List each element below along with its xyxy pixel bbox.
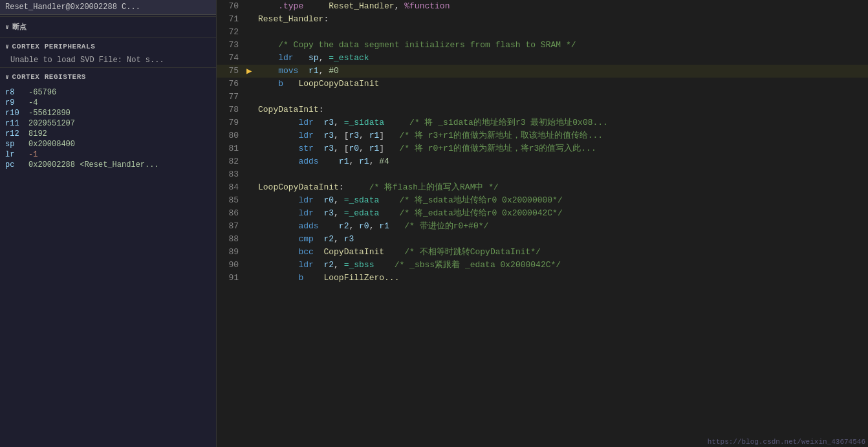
- code-line: 89 bcc CopyDataInit /* 不相等时跳转CopyDataIni…: [217, 246, 868, 259]
- line-number: 91: [219, 272, 239, 285]
- watermark: https://blog.csdn.net/weixin_43674546: [708, 438, 865, 446]
- debug-arrow: [246, 246, 257, 259]
- line-number: 87: [219, 220, 239, 233]
- register-item: r11 2029551207: [5, 118, 211, 129]
- debug-arrow: [246, 52, 257, 65]
- register-value: 2029551207: [28, 119, 75, 128]
- debug-arrow: [246, 207, 257, 220]
- code-segment: cmp: [258, 233, 314, 246]
- code-segment: ldr: [258, 116, 314, 129]
- left-panel: Reset_Handler@0x20002288 C... ∨ 断点 ∨ COR…: [0, 0, 217, 447]
- register-name: r8: [5, 88, 28, 97]
- code-segment: /* 带进位的r0+#0*/: [404, 220, 488, 233]
- register-item: pc 0x20002288 <Reset_Handler...: [5, 160, 211, 170]
- line-number: 83: [219, 168, 239, 181]
- line-number: 72: [219, 26, 239, 39]
- debug-arrow: [246, 220, 257, 233]
- debug-arrow: [246, 104, 257, 116]
- debug-arrow: [246, 116, 257, 129]
- code-segment: =_estack: [329, 52, 369, 65]
- code-segment: [283, 78, 298, 91]
- cortex-registers-section-header[interactable]: ∨ CORTEX REGISTERS: [0, 69, 216, 85]
- code-segment: str: [258, 142, 314, 155]
- code-line: 73 /* Copy the data segment initializers…: [217, 39, 868, 52]
- code-line: 85 ldr r0, =_sdata /* 将_sdata地址传给r0 0x20…: [217, 194, 868, 207]
- code-line: 78 CopyDataInit:: [217, 104, 868, 116]
- code-segment: [298, 65, 309, 78]
- code-segment: movs: [258, 65, 298, 78]
- code-segment: b: [258, 78, 283, 91]
- code-line: 91 b LoopFillZero...: [217, 272, 868, 285]
- code-segment: ,: [334, 259, 344, 272]
- register-value: -4: [28, 98, 38, 107]
- line-number: 73: [219, 39, 239, 52]
- code-line: 74 ldr sp, =_estack: [217, 52, 868, 65]
- register-name: sp: [5, 140, 28, 149]
- debug-arrow: ▶: [246, 65, 257, 78]
- code-segment: [379, 207, 399, 220]
- code-segment: .type: [258, 0, 303, 13]
- cortex-peripherals-error: Unable to load SVD File: Not s...: [0, 54, 216, 66]
- line-number: 82: [219, 155, 239, 168]
- code-segment: ]: [379, 129, 399, 142]
- code-segment: [314, 129, 324, 142]
- register-name: r10: [5, 109, 28, 118]
- register-value: 0x20008400: [28, 140, 75, 149]
- code-segment: [384, 246, 404, 259]
- register-item: r12 8192: [5, 129, 211, 139]
- debug-arrow: [246, 26, 257, 39]
- code-segment: LoopFillZero...: [323, 272, 399, 285]
- code-segment: b: [258, 272, 303, 285]
- code-segment: r3: [323, 129, 334, 142]
- code-segment: [379, 194, 399, 207]
- register-item: r8 -65796: [5, 87, 211, 98]
- debug-arrow: [246, 259, 257, 272]
- code-segment: adds: [258, 155, 319, 168]
- code-line: 83: [217, 168, 868, 181]
- code-line: 84 LoopCopyDataInit: /* 将flash上的值写入RAM中 …: [217, 181, 868, 194]
- code-segment: ldr: [258, 52, 294, 65]
- code-line: 90 ldr r2, =_sbss /* _sbss紧跟着 _edata 0x2…: [217, 259, 868, 272]
- register-item: r10 -55612890: [5, 108, 211, 118]
- code-segment: [319, 220, 339, 233]
- debug-arrow: [246, 129, 257, 142]
- code-segment: r3: [323, 116, 334, 129]
- code-segment: ,: [359, 142, 369, 155]
- breakpoints-chevron: ∨: [5, 23, 10, 31]
- cortex-peripherals-section-header[interactable]: ∨ CORTEX PERIPHERALS: [0, 39, 216, 54]
- code-line: 72: [217, 26, 868, 39]
- cortex-registers-label: CORTEX REGISTERS: [12, 73, 86, 81]
- line-number: 88: [219, 233, 239, 246]
- cortex-peripherals-label: CORTEX PERIPHERALS: [12, 43, 96, 50]
- code-segment: /* _sbss紧跟着 _edata 0x2000042C*/: [395, 259, 561, 272]
- line-number: 70: [219, 0, 239, 13]
- code-segment: ,: [359, 129, 369, 142]
- line-number: 81: [219, 142, 239, 155]
- register-name: pc: [5, 160, 28, 169]
- code-segment: #4: [379, 155, 389, 168]
- debug-arrow: [246, 233, 257, 246]
- register-value: -1: [28, 150, 38, 159]
- code-segment: [384, 116, 409, 129]
- cortex-registers-chevron: ∨: [5, 73, 10, 81]
- code-segment: ,: [395, 0, 405, 13]
- code-segment: ,: [369, 155, 380, 168]
- code-segment: =_edata: [344, 207, 380, 220]
- code-segment: CopyDataInit: [323, 246, 384, 259]
- code-segment: ,: [334, 207, 344, 220]
- register-item: sp 0x20008400: [5, 139, 211, 149]
- breakpoints-label: 断点: [12, 22, 27, 32]
- code-segment: r1: [369, 142, 380, 155]
- code-segment: /* 将_sdata地址传给r0 0x20000000*/: [399, 194, 562, 207]
- register-item: r9 -4: [5, 98, 211, 108]
- code-line: 79 ldr r3, =_sidata /* 将 _sidata的地址给到r3 …: [217, 116, 868, 129]
- code-segment: [374, 259, 394, 272]
- code-line: 81 str r3, [r0, r1] /* 将 r0+r1的值做为新地址，将r…: [217, 142, 868, 155]
- code-segment: Reset_Handler: [329, 0, 394, 13]
- code-segment: r1: [339, 155, 349, 168]
- line-number: 75: [219, 65, 239, 78]
- debug-arrow: [246, 155, 257, 168]
- debug-arrow: [246, 13, 257, 26]
- breakpoints-section-header[interactable]: ∨ 断点: [0, 18, 216, 36]
- register-name: lr: [5, 150, 28, 159]
